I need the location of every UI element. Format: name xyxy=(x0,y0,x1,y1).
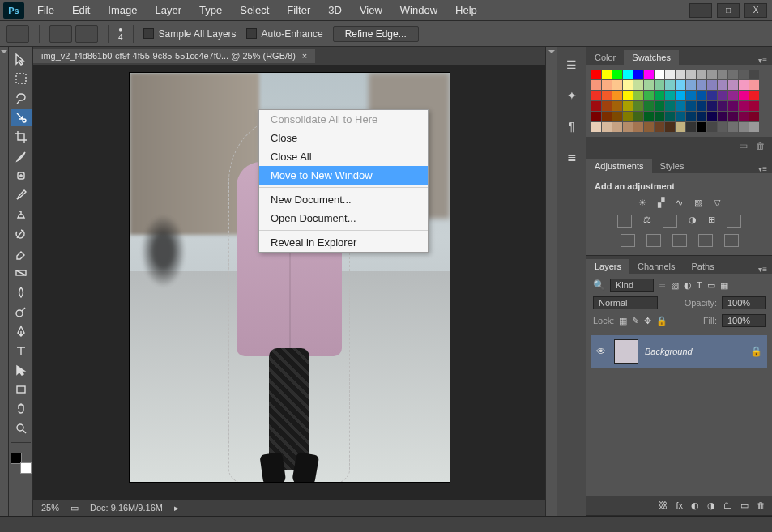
swatch[interactable] xyxy=(612,91,622,100)
swatch[interactable] xyxy=(591,112,601,121)
swatch[interactable] xyxy=(644,91,654,100)
swatch[interactable] xyxy=(739,122,749,132)
panel-menu-icon[interactable]: ▾≡ xyxy=(753,265,772,274)
swatch[interactable] xyxy=(718,101,727,111)
healing-brush-tool-icon[interactable] xyxy=(11,167,32,185)
filter-adjust-icon[interactable]: ◐ xyxy=(684,280,692,291)
swatch[interactable] xyxy=(739,80,749,90)
swatch[interactable] xyxy=(655,122,664,132)
layer-thumbnail[interactable] xyxy=(614,339,638,364)
toolbox-collapse-rail[interactable] xyxy=(0,47,9,516)
menu-3d[interactable]: 3D xyxy=(320,2,350,19)
lock-transparency-icon[interactable]: ▦ xyxy=(619,316,627,326)
swatch[interactable] xyxy=(676,70,685,79)
invert-icon[interactable] xyxy=(621,234,635,247)
tab-color[interactable]: Color xyxy=(586,50,624,65)
tab-layers[interactable]: Layers xyxy=(586,259,629,274)
threshold-icon[interactable] xyxy=(672,234,687,247)
document-tab-close-icon[interactable]: × xyxy=(302,51,307,61)
swatch[interactable] xyxy=(655,70,664,79)
swatch[interactable] xyxy=(665,91,675,100)
delete-layer-icon[interactable]: 🗑 xyxy=(757,500,766,510)
minimize-button[interactable]: — xyxy=(689,3,712,18)
swatch[interactable] xyxy=(623,91,633,100)
swatch[interactable] xyxy=(707,91,717,100)
swatch[interactable] xyxy=(707,122,717,132)
blur-tool-icon[interactable] xyxy=(11,283,32,301)
swatch[interactable] xyxy=(728,91,738,100)
swatch[interactable] xyxy=(707,101,717,111)
history-brush-tool-icon[interactable] xyxy=(11,225,32,243)
swatch[interactable] xyxy=(686,122,696,132)
swatch[interactable] xyxy=(697,70,706,79)
swatch[interactable] xyxy=(665,101,675,111)
fill-value[interactable]: 100% xyxy=(722,314,766,327)
panel-menu-icon[interactable]: ▾≡ xyxy=(753,164,772,173)
visibility-icon[interactable]: 👁 xyxy=(596,346,608,357)
ctx-reveal-in-explorer[interactable]: Reveal in Explorer xyxy=(259,233,428,252)
brush-size-picker[interactable]: ● 4 xyxy=(118,26,123,42)
group-layers-icon[interactable]: 🗀 xyxy=(723,500,732,510)
swatch[interactable] xyxy=(633,122,643,132)
brush-panel-icon[interactable]: ≣ xyxy=(561,147,582,167)
swatch[interactable] xyxy=(697,80,706,90)
gradient-tool-icon[interactable] xyxy=(11,264,32,282)
blend-mode-dropdown[interactable]: Normal xyxy=(593,296,658,309)
posterize-icon[interactable] xyxy=(646,234,661,247)
swatch[interactable] xyxy=(686,112,696,121)
auto-enhance-checkbox[interactable]: Auto-Enhance xyxy=(246,28,323,40)
new-layer-icon[interactable]: ▭ xyxy=(740,500,749,511)
menu-filter[interactable]: Filter xyxy=(279,2,318,19)
swatch[interactable] xyxy=(644,101,654,111)
menu-edit[interactable]: Edit xyxy=(64,2,98,19)
color-balance-icon[interactable]: ⚖ xyxy=(643,215,651,228)
tab-swatches[interactable]: Swatches xyxy=(624,50,679,65)
lock-pixels-icon[interactable]: ✎ xyxy=(632,316,639,326)
eyedropper-tool-icon[interactable] xyxy=(11,147,32,165)
layer-filter-kind[interactable]: Kind xyxy=(610,279,654,292)
menu-image[interactable]: Image xyxy=(100,2,145,19)
ctx-close[interactable]: Close xyxy=(259,129,428,147)
tab-styles[interactable]: Styles xyxy=(652,159,693,173)
swatch[interactable] xyxy=(665,122,675,132)
swatch[interactable] xyxy=(612,70,622,79)
filter-smart-icon[interactable]: ▦ xyxy=(720,280,728,291)
gradient-map-icon[interactable] xyxy=(698,234,713,247)
swatch[interactable] xyxy=(676,80,685,90)
swatch[interactable] xyxy=(623,70,633,79)
swatch[interactable] xyxy=(676,112,685,121)
swatch[interactable] xyxy=(665,112,675,121)
swatch[interactable] xyxy=(707,70,717,79)
swatch[interactable] xyxy=(697,112,706,121)
swatch[interactable] xyxy=(728,70,738,79)
filter-type-icon[interactable]: T xyxy=(697,280,702,290)
swatch[interactable] xyxy=(591,70,601,79)
swatch[interactable] xyxy=(644,80,654,90)
layer-mask-icon[interactable]: ◐ xyxy=(691,500,699,511)
hand-tool-icon[interactable] xyxy=(11,400,32,418)
document-tab[interactable]: img_v2_f4d861b0-cf9f-4f55-9c85-551cc4e7f… xyxy=(33,49,315,63)
black-white-icon[interactable] xyxy=(663,215,677,228)
link-layers-icon[interactable]: ⛓ xyxy=(659,500,668,510)
brush-tool-icon[interactable] xyxy=(11,186,32,204)
tab-adjustments[interactable]: Adjustments xyxy=(586,159,652,173)
brightness-contrast-icon[interactable]: ☀ xyxy=(638,198,646,208)
lasso-tool-icon[interactable] xyxy=(11,89,32,107)
swatch[interactable] xyxy=(591,101,601,111)
swatch[interactable] xyxy=(707,112,717,121)
swatch[interactable] xyxy=(633,101,643,111)
swatch[interactable] xyxy=(728,112,738,121)
filter-shape-icon[interactable]: ▭ xyxy=(707,280,715,291)
swatch[interactable] xyxy=(718,122,727,132)
layer-row[interactable]: 👁 Background 🔒 xyxy=(591,335,767,368)
new-swatch-icon[interactable]: ▭ xyxy=(739,140,748,151)
menu-window[interactable]: Window xyxy=(392,2,446,19)
background-color-swatch[interactable] xyxy=(20,462,32,474)
swatch[interactable] xyxy=(686,80,696,90)
type-tool-icon[interactable] xyxy=(11,342,32,360)
swatch[interactable] xyxy=(655,101,664,111)
quick-selection-tool-icon[interactable] xyxy=(11,109,32,126)
paragraph-panel-icon[interactable]: ¶ xyxy=(561,117,582,136)
swatch[interactable] xyxy=(602,122,612,132)
swatch[interactable] xyxy=(602,70,612,79)
